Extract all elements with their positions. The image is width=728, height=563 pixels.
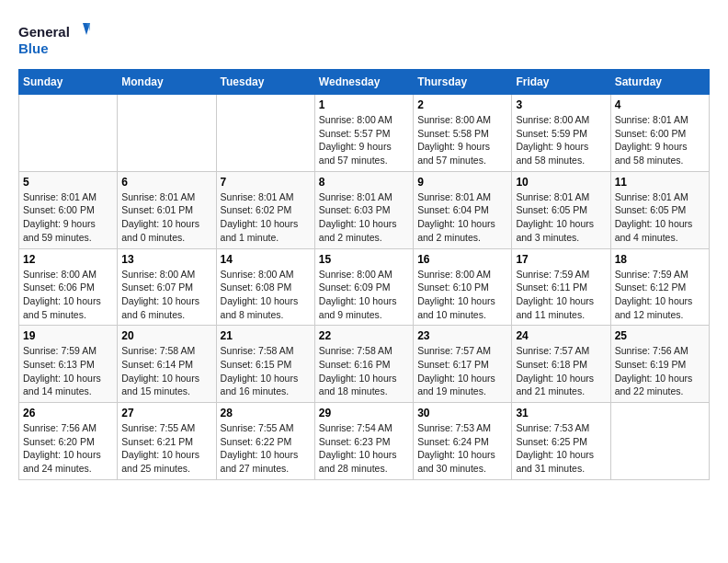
calendar-cell: 26Sunrise: 7:56 AM Sunset: 6:20 PM Dayli… (19, 403, 118, 480)
day-info: Sunrise: 8:01 AM Sunset: 6:04 PM Dayligh… (417, 190, 507, 245)
day-number: 25 (615, 329, 705, 342)
day-info: Sunrise: 7:53 AM Sunset: 6:24 PM Dayligh… (417, 421, 507, 476)
calendar-cell: 7Sunrise: 8:01 AM Sunset: 6:02 PM Daylig… (216, 171, 314, 248)
day-number: 6 (121, 176, 211, 189)
day-number: 10 (516, 176, 606, 189)
day-number: 20 (121, 329, 211, 342)
day-info: Sunrise: 7:56 AM Sunset: 6:20 PM Dayligh… (23, 421, 113, 476)
day-info: Sunrise: 7:59 AM Sunset: 6:13 PM Dayligh… (23, 344, 113, 398)
calendar-week-row: 5Sunrise: 8:01 AM Sunset: 6:00 PM Daylig… (19, 171, 710, 248)
calendar-cell: 29Sunrise: 7:54 AM Sunset: 6:23 PM Dayli… (314, 403, 413, 480)
weekday-label: Thursday (414, 70, 512, 95)
day-info: Sunrise: 7:55 AM Sunset: 6:22 PM Dayligh… (221, 421, 311, 476)
calendar-cell: 31Sunrise: 7:53 AM Sunset: 6:25 PM Dayli… (512, 403, 610, 480)
day-number: 12 (23, 253, 113, 266)
svg-text:General: General (18, 24, 70, 40)
day-number: 11 (615, 176, 705, 189)
day-number: 22 (319, 329, 409, 342)
day-info: Sunrise: 8:01 AM Sunset: 6:02 PM Dayligh… (221, 190, 311, 245)
day-number: 15 (319, 253, 409, 266)
calendar-cell: 2Sunrise: 8:00 AM Sunset: 5:58 PM Daylig… (414, 95, 512, 172)
weekday-label: Friday (512, 70, 610, 95)
calendar-cell: 13Sunrise: 8:00 AM Sunset: 6:07 PM Dayli… (118, 248, 216, 326)
calendar-cell (216, 95, 314, 172)
calendar-cell: 6Sunrise: 8:01 AM Sunset: 6:01 PM Daylig… (118, 171, 216, 248)
day-info: Sunrise: 8:00 AM Sunset: 6:07 PM Dayligh… (121, 268, 211, 322)
day-number: 2 (417, 98, 507, 111)
calendar-table: SundayMondayTuesdayWednesdayThursdayFrid… (18, 69, 710, 480)
day-number: 26 (23, 407, 113, 419)
weekday-label: Saturday (610, 70, 709, 95)
day-number: 18 (615, 253, 705, 266)
day-number: 5 (23, 176, 113, 189)
page-header: General Blue (18, 18, 710, 60)
svg-text:Blue: Blue (18, 40, 49, 56)
weekday-label: Monday (118, 70, 216, 95)
day-info: Sunrise: 7:58 AM Sunset: 6:16 PM Dayligh… (319, 344, 409, 398)
day-info: Sunrise: 8:01 AM Sunset: 6:05 PM Dayligh… (615, 190, 705, 245)
day-info: Sunrise: 8:01 AM Sunset: 6:05 PM Dayligh… (516, 190, 606, 245)
calendar-cell: 24Sunrise: 7:57 AM Sunset: 6:18 PM Dayli… (512, 326, 610, 403)
calendar-cell: 17Sunrise: 7:59 AM Sunset: 6:11 PM Dayli… (512, 248, 610, 326)
day-number: 21 (221, 329, 311, 342)
day-info: Sunrise: 8:00 AM Sunset: 5:57 PM Dayligh… (319, 113, 409, 167)
day-number: 14 (221, 253, 311, 266)
calendar-cell: 4Sunrise: 8:01 AM Sunset: 6:00 PM Daylig… (610, 95, 709, 172)
day-number: 31 (516, 407, 606, 419)
calendar-cell: 19Sunrise: 7:59 AM Sunset: 6:13 PM Dayli… (19, 326, 118, 403)
day-number: 1 (319, 98, 409, 111)
day-info: Sunrise: 7:57 AM Sunset: 6:17 PM Dayligh… (417, 344, 507, 398)
day-info: Sunrise: 7:59 AM Sunset: 6:11 PM Dayligh… (516, 268, 606, 322)
calendar-cell: 30Sunrise: 7:53 AM Sunset: 6:24 PM Dayli… (414, 403, 512, 480)
logo-svg: General Blue (18, 18, 92, 60)
calendar-cell: 25Sunrise: 7:56 AM Sunset: 6:19 PM Dayli… (610, 326, 709, 403)
calendar-cell: 23Sunrise: 7:57 AM Sunset: 6:17 PM Dayli… (414, 326, 512, 403)
weekday-label: Sunday (19, 70, 118, 95)
calendar-cell: 28Sunrise: 7:55 AM Sunset: 6:22 PM Dayli… (216, 403, 314, 480)
day-info: Sunrise: 7:58 AM Sunset: 6:14 PM Dayligh… (121, 344, 211, 398)
day-info: Sunrise: 8:00 AM Sunset: 5:59 PM Dayligh… (516, 113, 606, 167)
day-info: Sunrise: 7:59 AM Sunset: 6:12 PM Dayligh… (615, 268, 705, 322)
weekday-header-row: SundayMondayTuesdayWednesdayThursdayFrid… (19, 70, 710, 95)
calendar-cell: 21Sunrise: 7:58 AM Sunset: 6:15 PM Dayli… (216, 326, 314, 403)
calendar-cell: 27Sunrise: 7:55 AM Sunset: 6:21 PM Dayli… (118, 403, 216, 480)
calendar-cell: 22Sunrise: 7:58 AM Sunset: 6:16 PM Dayli… (314, 326, 413, 403)
day-number: 8 (319, 176, 409, 189)
day-number: 3 (516, 98, 606, 111)
day-number: 24 (516, 329, 606, 342)
day-number: 27 (121, 407, 211, 419)
weekday-label: Wednesday (314, 70, 413, 95)
day-info: Sunrise: 8:01 AM Sunset: 6:00 PM Dayligh… (23, 190, 113, 245)
day-info: Sunrise: 7:54 AM Sunset: 6:23 PM Dayligh… (319, 421, 409, 476)
calendar-cell: 10Sunrise: 8:01 AM Sunset: 6:05 PM Dayli… (512, 171, 610, 248)
day-info: Sunrise: 8:01 AM Sunset: 6:00 PM Dayligh… (615, 113, 705, 167)
day-info: Sunrise: 8:00 AM Sunset: 6:06 PM Dayligh… (23, 268, 113, 322)
calendar-cell (19, 95, 118, 172)
day-info: Sunrise: 7:58 AM Sunset: 6:15 PM Dayligh… (221, 344, 311, 398)
calendar-cell: 18Sunrise: 7:59 AM Sunset: 6:12 PM Dayli… (610, 248, 709, 326)
day-info: Sunrise: 7:56 AM Sunset: 6:19 PM Dayligh… (615, 344, 705, 398)
calendar-cell (610, 403, 709, 480)
calendar-cell: 14Sunrise: 8:00 AM Sunset: 6:08 PM Dayli… (216, 248, 314, 326)
weekday-label: Tuesday (216, 70, 314, 95)
day-number: 16 (417, 253, 507, 266)
day-number: 28 (221, 407, 311, 419)
day-number: 13 (121, 253, 211, 266)
day-info: Sunrise: 8:01 AM Sunset: 6:03 PM Dayligh… (319, 190, 409, 245)
day-info: Sunrise: 8:00 AM Sunset: 6:10 PM Dayligh… (417, 268, 507, 322)
day-info: Sunrise: 8:00 AM Sunset: 6:09 PM Dayligh… (319, 268, 409, 322)
day-number: 19 (23, 329, 113, 342)
day-number: 17 (516, 253, 606, 266)
day-info: Sunrise: 8:00 AM Sunset: 5:58 PM Dayligh… (417, 113, 507, 167)
calendar-cell (118, 95, 216, 172)
calendar-cell: 20Sunrise: 7:58 AM Sunset: 6:14 PM Dayli… (118, 326, 216, 403)
day-info: Sunrise: 7:53 AM Sunset: 6:25 PM Dayligh… (516, 421, 606, 476)
day-info: Sunrise: 8:00 AM Sunset: 6:08 PM Dayligh… (221, 268, 311, 322)
day-number: 9 (417, 176, 507, 189)
calendar-cell: 11Sunrise: 8:01 AM Sunset: 6:05 PM Dayli… (610, 171, 709, 248)
calendar-cell: 15Sunrise: 8:00 AM Sunset: 6:09 PM Dayli… (314, 248, 413, 326)
calendar-week-row: 26Sunrise: 7:56 AM Sunset: 6:20 PM Dayli… (19, 403, 710, 480)
day-number: 23 (417, 329, 507, 342)
calendar-cell: 9Sunrise: 8:01 AM Sunset: 6:04 PM Daylig… (414, 171, 512, 248)
calendar-cell: 16Sunrise: 8:00 AM Sunset: 6:10 PM Dayli… (414, 248, 512, 326)
